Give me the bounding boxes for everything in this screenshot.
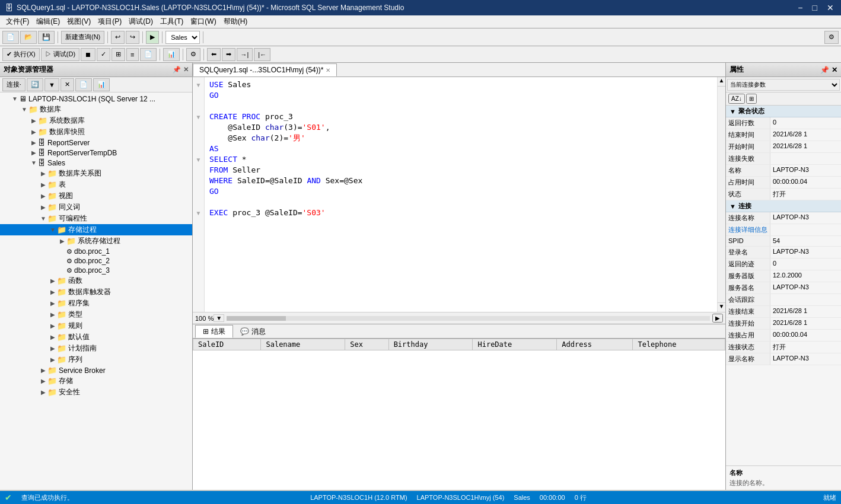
tree-node-servicebroker[interactable]: ▶ 📁 Service Broker	[0, 365, 192, 375]
execute-btn[interactable]: ▶	[146, 31, 159, 44]
editor-area: SQLQuery1.sql -...3SLOC1H\myj (54))* ✕ ▼…	[193, 63, 725, 490]
tree-node-security[interactable]: ▶ 📁 安全性	[0, 387, 192, 398]
menu-file[interactable]: 文件(F)	[2, 15, 33, 28]
menu-view[interactable]: 视图(V)	[63, 15, 94, 28]
code-editor[interactable]: USE Sales GO CREATE PROC proc_3 @SaleID …	[205, 77, 717, 312]
redo-btn[interactable]: ↪	[126, 31, 139, 44]
tree-node-proc3[interactable]: ▶ ⚙ dbo.proc_3	[0, 266, 192, 275]
tree-node-reportserver[interactable]: ▶ 🗄 ReportServer	[0, 138, 192, 148]
tree-node-proc1[interactable]: ▶ ⚙ dbo.proc_1	[0, 247, 192, 256]
prop-content: ▼ 聚合状态 返回行数 0 结束时间 2021/6/28 1 开始时间 2021…	[726, 106, 841, 465]
reportservertemp-icon: 🗄	[38, 148, 46, 157]
prop-sort-alpha-btn[interactable]: AZ↓	[728, 94, 745, 104]
open-btn[interactable]: 📂	[20, 31, 37, 44]
tree-node-rules[interactable]: ▶ 📁 规则	[0, 320, 192, 331]
scroll-down-btn[interactable]: ▼	[718, 302, 725, 312]
database-dropdown[interactable]: Sales	[165, 31, 200, 44]
tree-node-views[interactable]: ▶ 📁 视图	[0, 190, 192, 202]
tree-node-syssprocs[interactable]: ▶ 📁 系统存储过程	[0, 235, 192, 247]
stop-filter-btn[interactable]: ✕	[60, 78, 74, 91]
menu-project[interactable]: 项目(P)	[94, 15, 125, 28]
tree-node-server[interactable]: ▼ 🖥 LAPTOP-N3SLOC1H (SQL Server 12 ...	[0, 94, 192, 104]
tree-node-planguides[interactable]: ▶ 📁 计划指南	[0, 343, 192, 354]
code-line-5: @SaleID char(3)='S01',	[209, 122, 712, 133]
tree-node-sales[interactable]: ▼ 🗄 Sales	[0, 158, 192, 168]
close-button[interactable]: ✕	[824, 3, 836, 12]
stop-btn[interactable]: ⏹	[81, 48, 95, 61]
tree-node-assemblies[interactable]: ▶ 📁 程序集	[0, 298, 192, 309]
zoom-dropdown-btn[interactable]: ▼	[214, 314, 224, 322]
results-tab-grid[interactable]: ⊞ 结果	[195, 325, 233, 338]
prop-section-label-aggregate: 聚合状态	[738, 107, 764, 116]
minimize-button[interactable]: −	[795, 3, 805, 12]
connect-btn[interactable]: 连接·	[2, 78, 26, 91]
new-file-btn[interactable]: 📄	[2, 31, 19, 44]
prop-val-connend: 2021/6/28 1	[770, 306, 841, 317]
execute-query-btn[interactable]: ✔ 执行(X)	[2, 48, 40, 61]
prop-pin-btn[interactable]: 📌	[820, 66, 829, 74]
status-rows: 0 行	[575, 493, 587, 502]
prop-val-displayname: LAPTOP-N3	[770, 353, 841, 365]
pin-button[interactable]: 📌	[173, 66, 181, 74]
tree-node-reportservertemp[interactable]: ▶ 🗄 ReportServerTempDB	[0, 148, 192, 158]
undo-btn[interactable]: ↩	[111, 31, 125, 44]
new-query-btn[interactable]: 新建查询(N)	[61, 31, 104, 44]
prop-section-aggregate[interactable]: ▼ 聚合状态	[726, 106, 841, 117]
tree-node-snapshots[interactable]: ▶ 📁 数据库快照	[0, 126, 192, 138]
results-to-text[interactable]: ≡	[126, 48, 138, 61]
servicebroker-icon: 📁	[47, 366, 57, 375]
tree-node-databases[interactable]: ▼ 📁 数据库	[0, 104, 192, 115]
prop-sort-cat-btn[interactable]: ⊞	[746, 94, 757, 104]
tree-node-tables[interactable]: ▶ 📁 表	[0, 179, 192, 190]
editor-vscroll[interactable]: ▲ ▼	[717, 77, 725, 312]
debug-query-btn[interactable]: ▷ 调试(D)	[41, 48, 79, 61]
menu-window[interactable]: 窗口(W)	[187, 15, 219, 28]
reports-btn[interactable]: 📊	[93, 78, 110, 91]
tree-node-sequences[interactable]: ▶ 📁 序列	[0, 354, 192, 365]
tree-node-system-dbs[interactable]: ▶ 📁 系统数据库	[0, 115, 192, 126]
menu-debug[interactable]: 调试(D)	[125, 15, 157, 28]
tree-node-dbtriggers[interactable]: ▶ 📁 数据库触发器	[0, 286, 192, 298]
editor-tab-active[interactable]: SQLQuery1.sql -...3SLOC1H\myj (54))* ✕	[193, 63, 337, 76]
h-scroll-thumb[interactable]	[227, 316, 286, 321]
include-actual-plan[interactable]: 📊	[163, 48, 180, 61]
tree-node-types[interactable]: ▶ 📁 类型	[0, 309, 192, 320]
save-btn[interactable]: 💾	[38, 31, 55, 44]
prop-close-btn[interactable]: ✕	[832, 66, 837, 74]
menu-edit[interactable]: 编辑(E)	[33, 15, 63, 28]
menu-tools[interactable]: 工具(T)	[157, 15, 187, 28]
parse-btn[interactable]: ✓	[97, 48, 110, 61]
tree-node-storage[interactable]: ▶ 📁 存储	[0, 375, 192, 387]
tree-node-functions[interactable]: ▶ 📁 函数	[0, 275, 192, 286]
query-options[interactable]: ⚙	[186, 48, 200, 61]
tree-node-dbdiagrams[interactable]: ▶ 📁 数据库关系图	[0, 168, 192, 179]
tree-node-proc2[interactable]: ▶ ⚙ dbo.proc_2	[0, 256, 192, 266]
security-label: 安全性	[59, 387, 80, 397]
prop-section-connection[interactable]: ▼ 连接	[726, 200, 841, 212]
toolbar-more[interactable]: ⚙	[824, 31, 839, 44]
outdent[interactable]: |←	[254, 48, 270, 61]
prop-name-name: 名称	[726, 165, 770, 176]
filter-btn[interactable]: ▼	[44, 78, 59, 91]
tab-close-btn[interactable]: ✕	[326, 67, 330, 74]
tree-node-synonyms[interactable]: ▶ 📁 同义词	[0, 202, 192, 213]
prop-dropdown[interactable]: 当前连接参数	[727, 79, 840, 91]
scroll-up-btn[interactable]: ▲	[718, 77, 725, 87]
indent[interactable]: →|	[237, 48, 253, 61]
tree-node-programmability[interactable]: ▼ 📁 可编程性	[0, 213, 192, 224]
zoom-level: 100 %	[195, 315, 214, 322]
refresh-btn[interactable]: 🔄	[27, 78, 43, 91]
prop-row-returntrace: 返回的迹 0	[726, 259, 841, 270]
results-tab-messages[interactable]: 💬 消息	[233, 325, 273, 338]
align-left[interactable]: ⬅	[207, 48, 221, 61]
menu-help[interactable]: 帮助(H)	[220, 15, 251, 28]
h-scroll-right-btn[interactable]: ▶	[712, 314, 723, 323]
tree-node-storedprocs[interactable]: ▼ 📁 存储过程	[0, 224, 192, 235]
tree-node-defaults[interactable]: ▶ 📁 默认值	[0, 331, 192, 343]
results-to-grid[interactable]: ⊞	[112, 48, 125, 61]
close-panel-button[interactable]: ✕	[183, 66, 189, 74]
results-to-file[interactable]: 📄	[140, 48, 157, 61]
new-query-oe-btn[interactable]: 📄	[75, 78, 92, 91]
maximize-button[interactable]: □	[810, 3, 820, 12]
align-right[interactable]: ➡	[222, 48, 235, 61]
